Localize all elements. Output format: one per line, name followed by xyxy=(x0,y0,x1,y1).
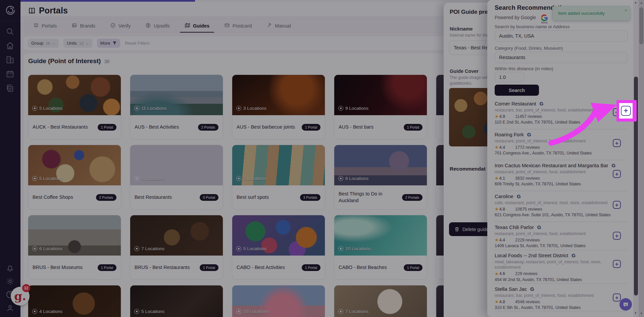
result-reviews: 1772 reviews xyxy=(515,145,540,150)
group-filter-label: Group xyxy=(31,41,43,46)
add-item-button-highlighted[interactable]: + xyxy=(621,106,631,116)
add-item-button[interactable]: + xyxy=(613,293,621,302)
scroll-down-icon[interactable]: ▼ xyxy=(640,312,643,315)
tab-manual[interactable]: Manual xyxy=(266,19,291,33)
page-scrollbar[interactable]: ▲ ▼ xyxy=(639,0,644,317)
sidebar-item-clipboard[interactable] xyxy=(5,84,15,94)
sidebar-item-gear[interactable] xyxy=(5,277,15,287)
add-item-button[interactable]: + xyxy=(613,201,621,209)
result-divider xyxy=(495,283,628,284)
scroll-up-icon[interactable]: ▲ xyxy=(634,1,637,4)
guide-card[interactable]: 5 Locations AUCK - Best Restaurants 1 Po… xyxy=(28,75,121,139)
guide-card[interactable]: 7 Locations xyxy=(334,285,427,317)
pin-icon xyxy=(236,106,241,111)
result-divider xyxy=(495,222,628,222)
distance-input[interactable]: 1.0 xyxy=(495,72,524,82)
tab-guides[interactable]: Guides xyxy=(185,19,209,33)
result-tags: restaurant, bar, point_of_interest, food… xyxy=(495,293,623,298)
tab-portals[interactable]: Portals xyxy=(33,19,57,33)
tab-verify[interactable]: Verify xyxy=(110,19,131,33)
locations-badge: 10 Locations xyxy=(338,246,371,251)
guide-card-image: 6 Locations xyxy=(28,215,121,256)
guide-card[interactable]: 5 Locations CABO - Best Activities 1 Por… xyxy=(232,215,325,280)
guide-card[interactable]: 6 Locations BRUS - Best Museums 1 Portal xyxy=(28,215,121,280)
scroll-up-icon[interactable]: ▲ xyxy=(640,1,643,4)
guide-card-title: Best Restaurants xyxy=(135,194,172,201)
guide-card[interactable]: 5 Locations Best surf spots 3 Portals xyxy=(232,145,325,210)
guide-card-image: 7 Locations xyxy=(334,285,427,317)
guide-card[interactable]: 11 Locations AUS - Best Activities 2 Por… xyxy=(130,75,223,139)
guide-cover-label: Guide Cover xyxy=(450,69,479,74)
guide-card[interactable]: 7 Locations BRUS - Best Restaurants 1 Po… xyxy=(130,215,223,280)
result-tags: restaurant, bar, point_of_interest, food… xyxy=(495,107,623,113)
chat-widget-button[interactable] xyxy=(620,298,632,311)
sidebar-item-home[interactable] xyxy=(5,41,15,51)
guide-card-image: 10 Locations xyxy=(334,215,427,256)
guide-card[interactable]: 10 Locations CABO - Best Beaches 1 Porta… xyxy=(334,215,427,280)
add-item-button[interactable]: + xyxy=(613,260,621,268)
sidebar-item-calendar[interactable] xyxy=(5,69,15,79)
sidebar-item-search[interactable] xyxy=(5,27,15,37)
sidebar xyxy=(0,0,20,317)
scroll-down-icon[interactable]: ▼ xyxy=(634,312,637,315)
chat-icon xyxy=(623,301,629,308)
page-scrollbar-thumb[interactable] xyxy=(639,7,643,44)
add-item-button[interactable]: + xyxy=(613,232,621,240)
add-item-button[interactable]: + xyxy=(613,139,621,147)
locations-badge: 9 Locations xyxy=(338,106,368,111)
pin-icon xyxy=(32,106,37,111)
tab-upsells[interactable]: Upsells xyxy=(145,19,170,33)
star-icon: ★ xyxy=(495,145,499,150)
guide-card[interactable]: 0 Locations Best Restaurants 0 Portal xyxy=(130,145,223,210)
search-result-row: Iron Cactus Mexican Restaurant and Marga… xyxy=(495,163,629,186)
tab-label: Guides xyxy=(193,23,209,29)
category-input[interactable]: Restaurants xyxy=(495,52,628,63)
more-filters-button[interactable]: More xyxy=(97,39,120,48)
tab-brands[interactable]: Brands xyxy=(71,19,95,33)
guide-card[interactable]: 4 Locations xyxy=(28,285,121,317)
guide-card-image: 9 Locations xyxy=(334,75,427,115)
notification-count-badge: 32 xyxy=(22,284,30,292)
result-address: 310 E 5th St., Austin, TX 78701, United … xyxy=(495,305,629,310)
pin-icon xyxy=(338,176,343,181)
google-g-icon: G xyxy=(517,193,521,199)
user-icon xyxy=(5,308,15,314)
category-label: Category (Food, Drinks, Museum) xyxy=(495,46,563,51)
guide-card[interactable]: 5 Locations xyxy=(130,285,223,317)
tab-postcard[interactable]: Postcard xyxy=(224,19,252,33)
reset-filters-button[interactable]: Reset Filters xyxy=(125,41,149,46)
mail-icon xyxy=(224,22,230,29)
guide-card[interactable]: 6 Locations Best Things to Do in Aucklan… xyxy=(334,145,427,210)
add-item-button[interactable]: + xyxy=(613,170,621,178)
toast-close-icon[interactable]: × xyxy=(625,8,627,13)
pin-icon xyxy=(236,176,241,181)
guide-card[interactable]: 5 Locations Best Coffee Shops 2 Portals xyxy=(28,145,121,210)
result-name: Caroline G xyxy=(495,193,629,199)
result-reviews: 4546 reviews xyxy=(515,300,540,304)
group-filter[interactable]: Group 16 ⌄ xyxy=(28,39,59,48)
search-result-row: Corner Restaurant G restaurant, bar, poi… xyxy=(495,101,629,125)
guide-card[interactable]: 9 Locations AUS - Best bars 1 Portal xyxy=(334,75,427,139)
search-button[interactable]: Search xyxy=(495,85,539,96)
star-icon: ★ xyxy=(495,114,499,119)
guide-card-title: CABO - Best Beaches xyxy=(339,264,387,271)
result-address: 1409 Lavaca St, Austin, TX 78701, United… xyxy=(495,243,629,248)
sidebar-item-bell[interactable] xyxy=(5,263,15,273)
portals-book-icon xyxy=(28,7,36,15)
sidebar-item-buildings[interactable] xyxy=(5,55,15,65)
pin-icon xyxy=(134,176,139,181)
more-filters-label: More xyxy=(100,41,110,46)
result-divider xyxy=(495,191,628,191)
guide-card-image: 0 Locations xyxy=(130,145,223,185)
portals-badge: 1 Portal xyxy=(302,264,320,271)
sidebar-item-user[interactable] xyxy=(5,303,15,313)
app-logo-icon[interactable] xyxy=(5,5,16,16)
guide-card[interactable]: 10 Locations xyxy=(232,285,325,317)
units-filter[interactable]: Units 13 ⌄ xyxy=(63,39,92,48)
pin-icon xyxy=(338,106,343,111)
locations-badge: 5 Locations xyxy=(134,309,164,314)
filter-bar: Group 16 ⌄ Units 13 ⌄ More Reset Filters xyxy=(23,36,461,50)
guide-card[interactable]: 3 Locations AUS - Best barbecue joints 1… xyxy=(232,75,325,139)
business-search-input[interactable]: Austin, TX, USA xyxy=(495,30,628,42)
result-reviews: 10675 reviews xyxy=(515,207,542,212)
